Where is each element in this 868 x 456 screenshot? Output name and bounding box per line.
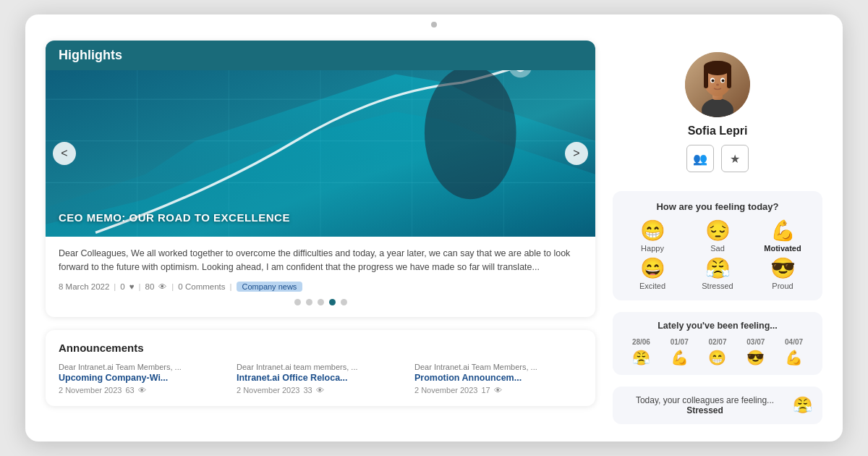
left-column: Highlights bbox=[46, 41, 595, 424]
lately-date-3: 03/07 bbox=[746, 338, 765, 346]
svg-point-13 bbox=[425, 70, 516, 199]
svg-rect-21 bbox=[704, 68, 708, 88]
highlights-header: Highlights bbox=[46, 41, 595, 70]
right-column: Sofia Lepri 👥 ★ How are you feeling toda… bbox=[613, 41, 822, 424]
feeling-proud[interactable]: 😎 Proud bbox=[753, 258, 812, 290]
carousel-badge[interactable]: Company news bbox=[237, 282, 303, 292]
dot-4[interactable] bbox=[329, 299, 336, 305]
ann-title-3[interactable]: Promotion Announcem... bbox=[414, 373, 582, 383]
sep1: | bbox=[114, 282, 116, 291]
lately-date-1: 01/07 bbox=[671, 338, 689, 346]
sad-label: Sad bbox=[710, 244, 725, 253]
heart-icon[interactable]: ♥ bbox=[129, 282, 135, 291]
profile-star-button[interactable]: ★ bbox=[721, 145, 749, 172]
carousel-prev-button[interactable]: < bbox=[53, 142, 76, 165]
lately-date-4: 04/07 bbox=[785, 338, 803, 346]
lately-emoji-1: 💪 bbox=[671, 349, 689, 366]
lately-emoji-4: 💪 bbox=[785, 349, 803, 366]
profile-actions: 👥 ★ bbox=[686, 145, 749, 172]
feeling-stressed[interactable]: 😤 Stressed bbox=[688, 258, 747, 290]
lately-item-3: 03/07 😎 bbox=[737, 338, 774, 366]
lately-item-4: 04/07 💪 bbox=[775, 338, 812, 366]
sep3: | bbox=[171, 282, 174, 291]
eye-icon: 👁 bbox=[158, 282, 167, 291]
lately-date-2: 02/07 bbox=[708, 338, 726, 346]
dot-3[interactable] bbox=[318, 299, 324, 305]
carousel-text: Dear Colleagues, We all worked together … bbox=[59, 247, 582, 274]
announcements-grid: Dear Intranet.ai Team Members, ... Upcom… bbox=[59, 363, 582, 394]
excited-emoji: 😄 bbox=[640, 258, 665, 279]
device-notch bbox=[431, 22, 437, 28]
ann-date-3: 2 November 2023 bbox=[414, 386, 477, 394]
motivated-label: Motivated bbox=[764, 244, 801, 253]
lately-grid: 28/06 😤 01/07 💪 02/07 😁 03/07 😎 bbox=[623, 338, 812, 366]
ann-meta-3: 2 November 2023 17 👁 bbox=[414, 386, 582, 394]
excited-label: Excited bbox=[639, 282, 665, 290]
lately-emoji-2: 😁 bbox=[708, 349, 726, 366]
carousel-date: 8 March 2022 bbox=[59, 282, 109, 291]
colleagues-card: Today, your colleagues are feeling... St… bbox=[613, 387, 822, 424]
sad-emoji: 😔 bbox=[705, 221, 731, 241]
svg-point-27 bbox=[722, 80, 725, 83]
carousel-comments[interactable]: 0 Comments bbox=[178, 282, 225, 291]
sep4: | bbox=[230, 282, 232, 291]
profile-name: Sofia Lepri bbox=[688, 124, 748, 138]
profile-team-button[interactable]: 👥 bbox=[686, 145, 714, 172]
carousel-views: 80 bbox=[145, 282, 155, 291]
carousel-likes: 0 bbox=[120, 282, 124, 291]
colleagues-text: Today, your colleagues are feeling... St… bbox=[623, 395, 787, 415]
dot-1[interactable] bbox=[294, 299, 301, 305]
feeling-happy[interactable]: 😁 Happy bbox=[623, 221, 682, 253]
announcement-item-1: Dear Intranet.ai Team Members, ... Upcom… bbox=[59, 363, 226, 394]
ann-title-2[interactable]: Intranet.ai Office Reloca... bbox=[237, 373, 404, 383]
lately-emoji-0: 😤 bbox=[632, 349, 650, 366]
ann-eye-icon-3: 👁 bbox=[494, 386, 502, 394]
announcement-item-2: Dear Intranet.ai team members, ... Intra… bbox=[237, 363, 404, 394]
highlights-title: Highlights bbox=[59, 48, 122, 62]
ann-meta-2: 2 November 2023 33 👁 bbox=[237, 386, 404, 394]
lately-item-0: 28/06 😤 bbox=[623, 338, 660, 366]
main-layout: Highlights bbox=[46, 41, 822, 424]
feeling-title: How are you feeling today? bbox=[623, 201, 812, 212]
announcements-card: Announcements Dear Intranet.ai Team Memb… bbox=[46, 330, 595, 406]
lately-item-1: 01/07 💪 bbox=[661, 338, 698, 366]
colleagues-feeling-text: Today, your colleagues are feeling... bbox=[636, 395, 774, 405]
ann-eye-icon-2: 👁 bbox=[316, 386, 324, 394]
svg-point-28 bbox=[716, 84, 719, 86]
carousel-dots bbox=[59, 299, 582, 310]
ann-views-3: 17 bbox=[481, 386, 490, 394]
happy-label: Happy bbox=[641, 244, 664, 253]
svg-rect-22 bbox=[727, 68, 731, 88]
stressed-emoji: 😤 bbox=[705, 258, 731, 279]
ann-intro-3: Dear Intranet.ai Team Members, ... bbox=[414, 363, 582, 371]
ann-eye-icon-1: 👁 bbox=[138, 386, 146, 394]
colleagues-emoji: 😤 bbox=[793, 396, 812, 415]
feeling-excited[interactable]: 😄 Excited bbox=[623, 258, 682, 290]
ann-views-1: 63 bbox=[125, 386, 134, 394]
device-frame: Highlights bbox=[25, 14, 843, 442]
ann-title-1[interactable]: Upcoming Company-Wi... bbox=[59, 373, 226, 383]
motivated-emoji: 💪 bbox=[770, 221, 796, 241]
star-icon: ★ bbox=[730, 152, 740, 166]
feeling-motivated[interactable]: 💪 Motivated bbox=[753, 221, 812, 253]
svg-point-23 bbox=[704, 61, 731, 72]
carousel-wrapper: CEO MEMO: OUR ROAD TO EXCELLENCE < > bbox=[46, 70, 595, 237]
lately-card: Lately you've been feeling... 28/06 😤 01… bbox=[613, 312, 822, 375]
feeling-sad[interactable]: 😔 Sad bbox=[688, 221, 747, 253]
carousel-next-button[interactable]: > bbox=[565, 142, 588, 165]
lately-emoji-3: 😎 bbox=[746, 349, 765, 366]
proud-emoji: 😎 bbox=[770, 258, 796, 279]
sep2: | bbox=[139, 282, 141, 291]
feelings-grid: 😁 Happy 😔 Sad 💪 Motivated 😄 Excited bbox=[623, 221, 812, 290]
dot-2[interactable] bbox=[306, 299, 312, 305]
ann-date-2: 2 November 2023 bbox=[237, 386, 299, 394]
profile-card: Sofia Lepri 👥 ★ bbox=[613, 41, 822, 180]
announcement-item-3: Dear Intranet.ai Team Members, ... Promo… bbox=[414, 363, 582, 394]
ann-meta-1: 2 November 2023 63 👁 bbox=[59, 386, 226, 394]
carousel-body: Dear Colleagues, We all worked together … bbox=[46, 237, 595, 317]
feeling-card: How are you feeling today? 😁 Happy 😔 Sad… bbox=[613, 191, 822, 300]
dot-5[interactable] bbox=[341, 299, 347, 305]
colleagues-mood: Stressed bbox=[686, 405, 723, 415]
lately-item-2: 02/07 😁 bbox=[699, 338, 736, 366]
ann-date-1: 2 November 2023 bbox=[59, 386, 122, 394]
